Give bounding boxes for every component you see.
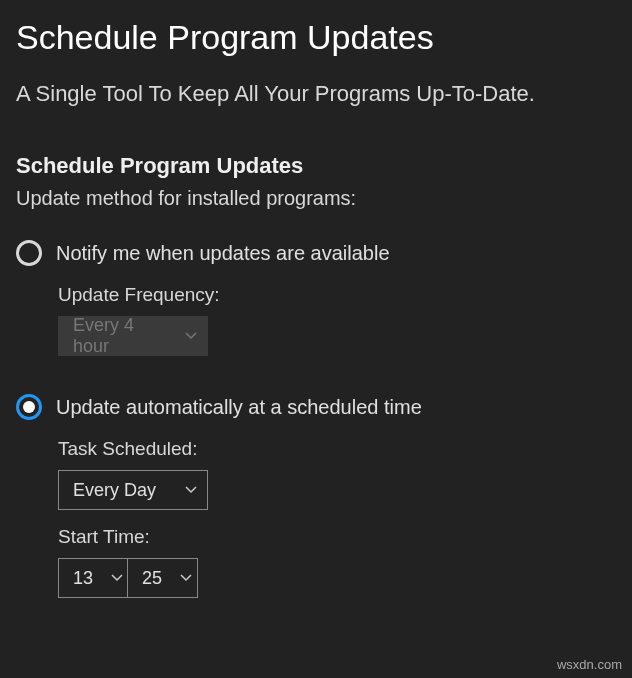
radio-scheduled[interactable]	[16, 394, 42, 420]
radio-row-notify[interactable]: Notify me when updates are available	[16, 240, 616, 266]
chevron-down-icon	[185, 486, 197, 494]
start-time-label: Start Time:	[58, 526, 616, 548]
section-heading: Schedule Program Updates	[16, 153, 616, 179]
update-frequency-value: Every 4 hour	[73, 315, 167, 357]
task-scheduled-label: Task Scheduled:	[58, 438, 616, 460]
radio-notify[interactable]	[16, 240, 42, 266]
watermark: wsxdn.com	[557, 657, 622, 672]
page-title: Schedule Program Updates	[16, 18, 616, 57]
chevron-down-icon	[111, 574, 123, 582]
task-scheduled-select[interactable]: Every Day	[58, 470, 208, 510]
chevron-down-icon	[180, 574, 192, 582]
start-time-hour-select[interactable]: 13	[58, 558, 128, 598]
radio-row-scheduled[interactable]: Update automatically at a scheduled time	[16, 394, 616, 420]
start-time-row: 13 25	[58, 558, 616, 598]
update-frequency-label: Update Frequency:	[58, 284, 616, 306]
start-time-minute-select[interactable]: 25	[128, 558, 198, 598]
update-frequency-select: Every 4 hour	[58, 316, 208, 356]
notify-sub-block: Update Frequency: Every 4 hour	[16, 284, 616, 356]
start-time-hour-value: 13	[73, 568, 93, 589]
task-scheduled-value: Every Day	[73, 480, 156, 501]
chevron-down-icon	[185, 332, 197, 340]
start-time-minute-value: 25	[142, 568, 162, 589]
radio-notify-label: Notify me when updates are available	[56, 242, 390, 265]
scheduled-sub-block: Task Scheduled: Every Day Start Time: 13…	[16, 438, 616, 598]
update-method-label: Update method for installed programs:	[16, 187, 616, 210]
radio-scheduled-label: Update automatically at a scheduled time	[56, 396, 422, 419]
page-subtitle: A Single Tool To Keep All Your Programs …	[16, 81, 616, 107]
